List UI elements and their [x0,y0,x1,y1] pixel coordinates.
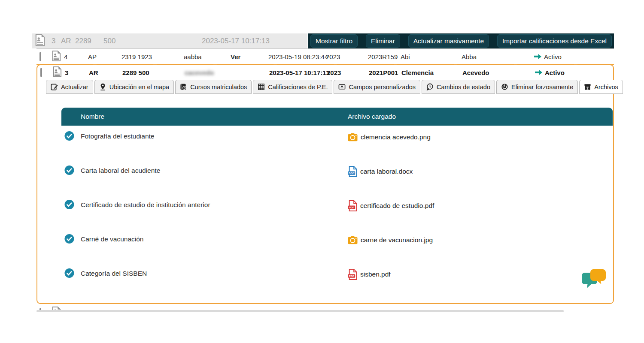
svg-text:DOC: DOC [349,172,355,175]
row-id: 4 [64,53,67,60]
file-row: Carta laboral del acudiente DOC carta la… [61,160,613,194]
row-datetime: 2023-05-19 08:23:44 [268,53,328,60]
row-checkbox[interactable] [40,68,42,77]
check-circle-icon [64,165,74,175]
action-bar: Mostrar filtro Eliminar Actualizar masiv… [308,33,614,48]
check-circle-icon [64,131,74,141]
student-record-icon [52,307,61,310]
uploaded-file-link[interactable]: PDF certificado de estudio.pdf [348,200,434,211]
file-name: carta laboral.docx [360,168,413,175]
row-type: AR [89,69,98,76]
tab-actualizar[interactable]: Actualizar [46,80,93,94]
row-username: cacevedo [185,69,214,76]
tab-label: Cambios de estado [437,84,490,90]
column-header-archivo-cargado: Archivo cargado [348,113,396,120]
tab-eliminar-forzosamente[interactable]: Eliminar forzosamente [496,80,578,94]
ghost-row-type: AR [61,37,71,45]
file-name: clemencia acevedo.png [361,133,431,141]
power-icon [501,83,508,90]
import-grades-excel-button[interactable]: Importar calificaciones desde Excel [497,34,612,48]
active-arrow-icon [535,69,543,76]
book-check-icon [180,83,187,90]
tab-archivos[interactable]: Archivos [579,80,623,94]
horizontal-scrollbar[interactable] [36,310,564,312]
uploaded-file-link[interactable]: clemencia acevedo.png [348,133,431,141]
row-code: 2289 500 [122,69,149,76]
map-pin-icon [99,83,106,90]
row-last-name: Acevedo [462,69,489,76]
row-type: AP [88,53,97,60]
svg-text:PDF: PDF [349,274,355,277]
file-name: certificado de estudio.pdf [360,202,434,210]
ghost-row-section: 500 [103,37,115,45]
ghost-row-code: 2289 [75,37,91,45]
uploaded-file-link[interactable]: PDF sisben.pdf [348,269,391,280]
status-badge: Activo [534,53,562,60]
camera-icon [348,236,358,244]
row-last-name: Abba [462,53,477,60]
tab-cursos-matriculados[interactable]: Cursos matriculados [175,80,252,94]
file-row: Carné de vacunación carne de vacunacion.… [61,229,613,263]
row-first-name: Clemencia [401,69,434,76]
student-record-icon [52,51,61,63]
file-row: Fotografía del estudiante clemencia acev… [61,126,613,160]
grades-table-icon [258,83,265,90]
student-record-icon [35,34,46,48]
row-ref-code: 2021P001 [369,69,398,76]
ghost-row-id: 3 [52,37,55,45]
show-filter-button[interactable]: Mostrar filtro [310,34,358,48]
chat-widget-button[interactable] [580,268,608,293]
table-row-clipped-wrapper: 2 AR 2302 977 gaguirre 2023-05-18 00:13:… [36,305,614,310]
drag-ghost-row: 3 AR 2289 500 2023-05-17 10:17:13 [32,33,307,48]
file-requirement-label: Carta laboral del acudiente [81,166,160,174]
student-record-icon [53,66,62,78]
doc-file-icon: DOC [348,166,357,177]
tab-ubicacion-mapa[interactable]: Ubicación en el mapa [94,80,174,94]
row-ref-code: 2023R159 [368,53,398,60]
uploaded-file-link[interactable]: carne de vacunacion.jpg [348,236,433,244]
tab-label: Archivos [594,84,618,90]
check-circle-icon [64,268,74,278]
table-row[interactable]: 2 AR 2302 977 gaguirre 2023-05-18 00:13:… [36,305,614,310]
row-checkbox[interactable] [39,52,41,61]
tab-cambios-estado[interactable]: Cambios de estado [422,80,495,94]
row-code: 2319 1923 [122,53,152,60]
file-requirement-label: Certificado de estudio de institución an… [81,201,210,208]
tab-campos-personalizados[interactable]: Campos personalizados [334,80,420,94]
custom-fields-icon [338,83,346,90]
camera-icon [348,133,358,141]
file-name: carne de vacunacion.jpg [361,236,433,244]
table-row-selected[interactable]: 3 AR 2289 500 cacevedo 2023-05-17 10:17:… [37,65,613,80]
status-label: Activo [545,69,565,76]
pdf-file-icon: PDF [348,200,357,211]
check-circle-icon [64,234,74,244]
uploaded-file-link[interactable]: DOC carta laboral.docx [348,166,413,177]
row-first-name: Abi [401,53,410,60]
file-requirement-label: Carné de vacunación [81,235,144,243]
delete-button[interactable]: Eliminar [366,34,400,48]
status-label: Activo [544,53,562,60]
mass-update-button[interactable]: Actualizar masivamente [408,34,489,48]
view-link[interactable]: Ver [231,53,240,60]
selected-row-region: 3 AR 2289 500 cacevedo 2023-05-17 10:17:… [36,64,614,304]
tab-label: Calificaciones de P.E. [268,84,328,90]
row-id: 3 [65,69,68,76]
table-row[interactable]: 4 AP 2319 1923 aabba Ver 2023-05-19 08:2… [36,48,614,64]
files-table: Nombre Archivo cargado Fotografía del es… [61,108,613,297]
archive-icon [584,83,591,90]
active-arrow-icon [534,54,542,60]
row-username: aabba [184,53,202,60]
detail-tab-bar: Actualizar Ubicación en el mapa Cursos m… [37,80,613,94]
row-year: 2023 [326,53,340,60]
tab-label: Campos personalizados [349,84,416,90]
file-row: Certificado de estudio de institución an… [61,194,613,229]
tab-label: Actualizar [61,84,88,90]
tab-label: Ubicación en el mapa [109,84,169,90]
edit-icon [51,83,58,90]
chat-bubbles-icon [580,268,608,293]
file-row: Categoría del SISBEN PDF sisben.pdf [61,263,613,297]
svg-text:PDF: PDF [349,206,355,209]
tab-calificaciones-pe[interactable]: Calificaciones de P.E. [253,80,332,94]
status-badge: Activo [535,69,565,76]
row-year: 2023 [327,69,341,76]
